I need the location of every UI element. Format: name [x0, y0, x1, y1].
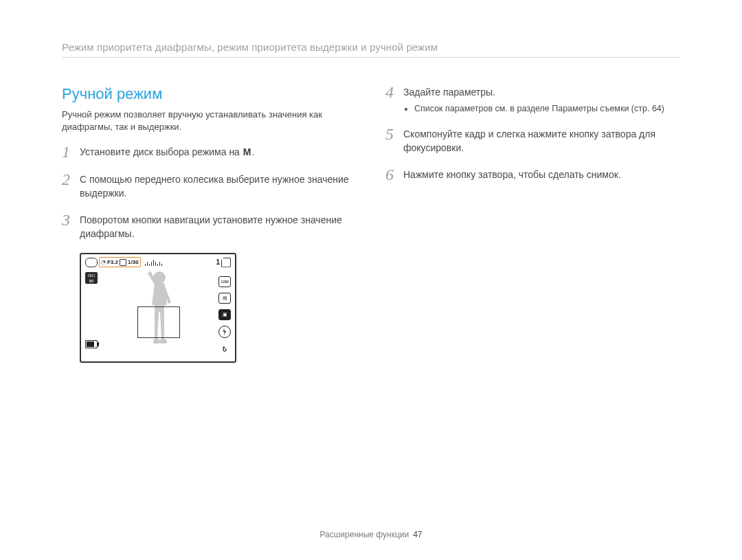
- step-1-text-post: .: [251, 146, 254, 157]
- focus-frame-icon: [137, 306, 180, 338]
- camera-lcd-illustration: ◔ F3.2 1/30 1 ISO 80: [80, 253, 236, 363]
- resolution-icon: 12M: [218, 276, 231, 287]
- sd-card-icon: [221, 258, 231, 267]
- step-4: 4 Задайте параметры. Список параметров с…: [385, 85, 680, 115]
- step-4-sub-1: Список параметров см. в разделе Параметр…: [414, 103, 664, 115]
- step-number: 3: [62, 212, 80, 228]
- mode-m-icon: M: [243, 145, 252, 159]
- page-header-breadcrumb: Режим приоритета диафрагмы, режим приори…: [62, 41, 680, 53]
- step-1: 1 Установите диск выбора режима на M.: [62, 145, 357, 160]
- step-4-text: Задайте параметры.: [403, 87, 495, 98]
- page-footer: Расширенные функции47: [0, 530, 742, 539]
- step-body: Установите диск выбора режима на M.: [80, 145, 254, 159]
- svg-rect-1: [153, 339, 160, 344]
- step-2: 2 С помощью переднего колесика выберите …: [62, 172, 357, 201]
- step-6: 6 Нажмите кнопку затвора, чтобы сделать …: [385, 168, 680, 183]
- header-divider: [62, 57, 680, 58]
- step-body: Поворотом кнопки навигации установите ну…: [80, 213, 357, 241]
- step-number: 5: [385, 126, 403, 142]
- flash-off-icon: [218, 326, 231, 338]
- step-number: 6: [385, 166, 403, 183]
- clock-icon: ◔: [101, 259, 106, 265]
- iso-icon: ISO 80: [85, 272, 98, 284]
- section-intro: Ручной режим позволяет вручную устанавли…: [62, 109, 357, 133]
- page-number: 47: [413, 530, 422, 539]
- step-1-text-pre: Установите диск выбора режима на: [80, 146, 243, 157]
- iso-label-top: ISO: [85, 273, 98, 278]
- section-title: Ручной режим: [62, 85, 357, 103]
- quality-icon: ▤: [218, 293, 231, 304]
- step-body: С помощью переднего колесика выберите ну…: [80, 172, 357, 201]
- weather-icon: [85, 258, 98, 267]
- exposure-scale-icon: [145, 259, 215, 266]
- step-body: Скомпонуйте кадр и слегка нажмите кнопку…: [403, 127, 680, 155]
- step-body: Нажмите кнопку затвора, чтобы сделать сн…: [403, 168, 621, 181]
- metering-icon: ▣: [218, 309, 231, 320]
- aperture-shutter-chip: ◔ F3.2 1/30: [99, 257, 141, 267]
- shutter-value: 1/30: [128, 260, 139, 265]
- step-number: 2: [62, 171, 80, 188]
- footer-section-label: Расширенные функции: [319, 530, 409, 539]
- frame-counter: 1: [216, 258, 220, 266]
- tape-icon: [120, 259, 126, 266]
- right-column: 4 Задайте параметры. Список параметров с…: [385, 85, 680, 363]
- step-5: 5 Скомпонуйте кадр и слегка нажмите кноп…: [385, 127, 680, 155]
- aperture-value: F3.2: [107, 260, 118, 265]
- step-number: 1: [62, 144, 80, 160]
- step-number: 4: [385, 84, 403, 100]
- iso-label-bottom: 80: [85, 278, 98, 284]
- battery-icon: [85, 340, 98, 348]
- stabilizer-icon: [219, 344, 230, 355]
- left-column: Ручной режим Ручной режим позволяет вруч…: [62, 85, 357, 363]
- svg-rect-2: [160, 339, 167, 344]
- step-3: 3 Поворотом кнопки навигации установите …: [62, 213, 357, 241]
- step-body: Задайте параметры. Список параметров см.…: [403, 85, 664, 115]
